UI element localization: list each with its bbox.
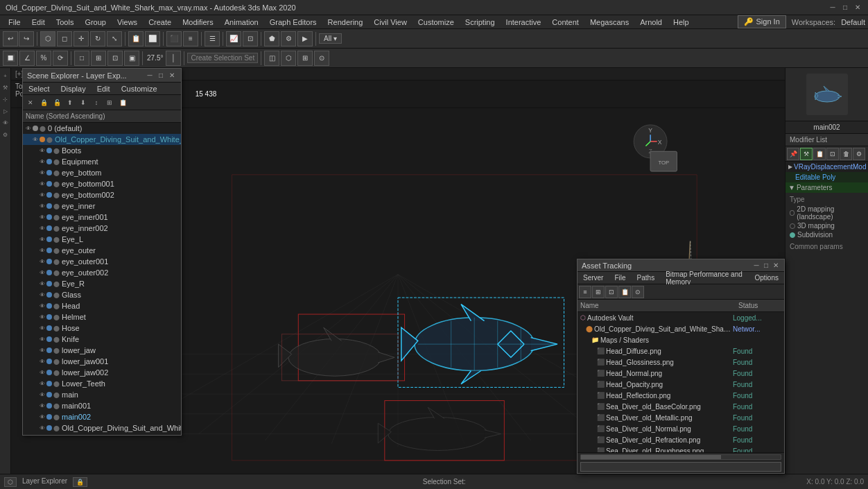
modify-panel-button[interactable]: ⚒ [1, 83, 10, 92]
menu-rendering[interactable]: Rendering [322, 17, 369, 28]
hierarchy-panel-button[interactable]: ⊹ [1, 94, 10, 104]
modifier-editable-poly[interactable]: Editable Poly [785, 172, 868, 182]
wire-btn-1[interactable]: □ [74, 51, 89, 66]
asset-tool-2[interactable]: ⊞ [592, 286, 605, 298]
wire-btn-4[interactable]: ▣ [124, 51, 139, 66]
mod-config-button[interactable]: ⚙ [853, 148, 865, 160]
scene-list-item[interactable]: 👁 ⬤ Eye_L [23, 234, 181, 245]
scene-list-item[interactable]: 👁 ⬤ 0 (default) [23, 123, 181, 134]
wire-btn-2[interactable]: ⊞ [91, 51, 106, 66]
sign-in-button[interactable]: 🔑 Sign In [738, 15, 785, 28]
menu-content[interactable]: Content [546, 17, 584, 28]
menu-graph-editors[interactable]: Graph Editors [264, 17, 322, 28]
radio-2d-mapping[interactable]: 2D mapping (landscape) [790, 205, 864, 221]
asset-restore-button[interactable]: □ [762, 261, 770, 270]
mod-active-button[interactable]: ⚒ [800, 148, 813, 160]
asset-list[interactable]: ⬡ Autodesk Vault Logged... ⬤ Old_Copper_… [578, 312, 784, 452]
asset-search-input[interactable] [580, 462, 781, 472]
select-region-button[interactable]: ◻ [57, 31, 72, 46]
move-button[interactable]: ✛ [73, 31, 89, 46]
close-button[interactable]: ✕ [853, 3, 862, 12]
scene-list-item[interactable]: 👁 ⬤ eye_bottom [23, 167, 181, 178]
quick-snap[interactable]: ⊙ [314, 51, 329, 66]
scene-list-item[interactable]: 👁 ⬤ eye_outer [23, 245, 181, 256]
scene-tool-2[interactable]: 🔒 [37, 96, 50, 109]
select-by-name-button[interactable]: 📋 [128, 31, 144, 46]
asset-list-item[interactable]: ⬛ Head_Normal.png Found [578, 368, 784, 379]
scene-list-item[interactable]: 👁 ⬤ main002 [23, 411, 181, 422]
scene-list-item[interactable]: 👁 ⬤ lower_jaw001 [23, 356, 181, 367]
spinner-snap-button[interactable]: ⟳ [53, 51, 68, 66]
utilities-panel-button[interactable]: ⚙ [1, 130, 10, 139]
motion-panel-button[interactable]: ▷ [1, 106, 10, 116]
scene-list-item[interactable]: 👁 ⬤ eye_inner002 [23, 223, 181, 234]
scene-list-item[interactable]: 👁 ⬤ Helmet [23, 311, 181, 323]
undo-button[interactable]: ↩ [3, 31, 18, 46]
selection-filter[interactable]: All ▾ [319, 33, 342, 44]
render-frame-button[interactable]: ▶ [297, 31, 313, 46]
scene-list-item[interactable]: 👁 ⬤ eye_bottom001 [23, 178, 181, 189]
layer-manager-button[interactable]: ☰ [205, 31, 220, 46]
asset-list-item[interactable]: ⬛ Sea_Diver_old_Roughness.png Found [578, 445, 784, 452]
create-panel-button[interactable]: + [1, 71, 10, 80]
asset-list-item[interactable]: ⬛ Head_Opacity.png Found [578, 379, 784, 390]
material-editor-button[interactable]: ⬟ [264, 31, 279, 46]
asset-menu-paths[interactable]: Paths [632, 273, 661, 282]
menu-scripting[interactable]: Scripting [460, 17, 501, 28]
scene-explorer-minimize[interactable]: ─ [145, 71, 155, 80]
rotate-button[interactable]: ↻ [90, 31, 105, 46]
scene-explorer-close[interactable]: ✕ [167, 71, 177, 80]
mod-copy-button[interactable]: 📋 [813, 148, 826, 160]
create-selection-set[interactable]: Create Selection Set [187, 53, 258, 63]
menu-group[interactable]: Group [79, 17, 112, 28]
scene-list-item[interactable]: 👁 ⬤ eye_inner [23, 200, 181, 212]
angle-input[interactable]: │ [166, 51, 181, 66]
asset-list-item[interactable]: ⬛ Sea_Diver_old_Normal.png Found [578, 423, 784, 434]
scene-list-item[interactable]: 👁 ⬤ lower_jaw [23, 345, 181, 356]
menu-tools[interactable]: Tools [51, 17, 80, 28]
asset-menu-file[interactable]: File [609, 273, 631, 282]
asset-list-item[interactable]: ⬛ Head_Reflection.png Found [578, 390, 784, 401]
modifier-vray-displacement[interactable]: ▶ VRayDisplacementMod [785, 162, 868, 172]
menu-megascans[interactable]: Megascans [584, 17, 634, 28]
select-object-button[interactable]: ⬡ [40, 31, 55, 46]
mirror-button[interactable]: ⬛ [166, 31, 182, 46]
maximize-button[interactable]: □ [840, 3, 850, 12]
mod-paste-button[interactable]: ⊡ [826, 148, 839, 160]
scene-tool-3[interactable]: 🔓 [51, 96, 63, 109]
scene-list-item[interactable]: 👁 ⬤ eye_outer001 [23, 256, 181, 267]
scene-list-item[interactable]: 👁 ⬤ Boots [23, 145, 181, 156]
mod-delete-button[interactable]: 🗑 [840, 148, 852, 160]
scene-list-item[interactable]: 👁 ⬤ Knife [23, 334, 181, 345]
curve-editor-button[interactable]: 📈 [226, 31, 241, 46]
radio-subdivision[interactable]: Subdivision [790, 231, 864, 239]
scale-button[interactable]: ⤡ [107, 31, 122, 46]
asset-list-item[interactable]: ⬡ Autodesk Vault Logged... [578, 312, 784, 323]
asset-menu-server[interactable]: Server [578, 273, 609, 282]
menu-modifiers[interactable]: Modifiers [177, 17, 219, 28]
render-setup-button[interactable]: ⚙ [281, 31, 296, 46]
scene-list-item[interactable]: 👁 ⬤ Eye_R [23, 278, 181, 289]
percent-snap-button[interactable]: % [36, 51, 51, 66]
scene-list-item[interactable]: 👁 ⬤ Equipment [23, 156, 181, 167]
menu-interactive[interactable]: Interactive [501, 17, 547, 28]
scene-list-item[interactable]: 👁 ⬤ Hose [23, 323, 181, 334]
snap-toggle-button[interactable]: 🔲 [3, 51, 18, 66]
scene-list-item[interactable]: 👁 ⬤ Lower_Teeth [23, 378, 181, 389]
menu-animation[interactable]: Animation [219, 17, 264, 28]
scene-list-item[interactable]: 👁 ⬤ main [23, 389, 181, 400]
asset-tool-1[interactable]: ≡ [579, 286, 591, 298]
asset-list-item[interactable]: ⬛ Head_Glossiness.png Found [578, 357, 784, 368]
scene-list-item[interactable]: 👁 ⬤ eye_outer002 [23, 267, 181, 278]
scene-list-item[interactable]: 👁 ⬤ Old_Copper_Diving_Suit_and_White_Sha… [23, 134, 181, 145]
scene-menu-edit[interactable]: Edit [92, 84, 116, 94]
asset-list-item[interactable]: ⬛ Sea_Diver_old_BaseColor.png Found [578, 401, 784, 412]
scene-tool-8[interactable]: 📋 [116, 96, 129, 109]
asset-tool-3[interactable]: ⊡ [605, 286, 618, 298]
scene-menu-select[interactable]: Select [23, 84, 55, 94]
quick-array[interactable]: ⊞ [297, 51, 313, 66]
menu-help[interactable]: Help [668, 17, 695, 28]
asset-list-item[interactable]: 📁 Maps / Shaders [578, 334, 784, 345]
radio-3d-mapping[interactable]: 3D mapping [790, 222, 864, 230]
scene-tool-5[interactable]: ⬇ [77, 96, 89, 109]
